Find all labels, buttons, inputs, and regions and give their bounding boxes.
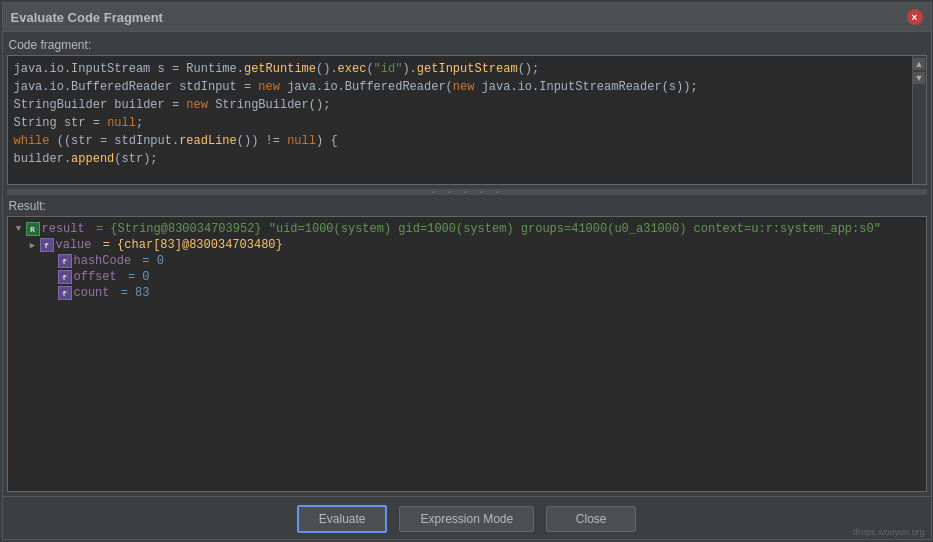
code-area-container: java.io.InputStream s = Runtime.getRunti…	[7, 55, 927, 185]
toggle-hashcode-spacer	[44, 254, 58, 268]
toggle-result[interactable]: ▼	[12, 222, 26, 236]
close-button[interactable]: Close	[546, 506, 636, 532]
hashcode-key: hashCode	[74, 254, 132, 268]
count-field-icon: f	[58, 286, 72, 300]
tree-item-value[interactable]: ▶ f value = {char[83]@830034703480}	[8, 237, 926, 253]
toggle-offset-spacer	[44, 270, 58, 284]
dialog-title: Evaluate Code Fragment	[11, 10, 163, 25]
count-key: count	[74, 286, 110, 300]
result-key: result	[42, 222, 85, 236]
watermark: drops.wooyun.org	[853, 527, 925, 537]
main-content: Code fragment: java.io.InputStream s = R…	[3, 32, 931, 496]
drag-handle[interactable]: · · · · ·	[7, 189, 927, 195]
value-key: value	[56, 238, 92, 252]
offset-key: offset	[74, 270, 117, 284]
toggle-count-spacer	[44, 286, 58, 300]
scroll-down-arrow[interactable]: ▼	[913, 72, 925, 84]
result-obj-icon: R	[26, 222, 40, 236]
toggle-value[interactable]: ▶	[26, 238, 40, 252]
hashcode-value: = 0	[142, 254, 164, 268]
code-area[interactable]: java.io.InputStream s = Runtime.getRunti…	[8, 56, 912, 184]
result-area[interactable]: ▼ R result = {String@830034703952} "uid=…	[7, 216, 927, 492]
drag-dots-icon: · · · · ·	[430, 187, 502, 198]
value-value: = {char[83]@830034703480}	[103, 238, 283, 252]
code-fragment-label: Code fragment:	[9, 38, 927, 52]
code-scrollbar: ▲ ▼	[912, 56, 926, 184]
evaluate-button[interactable]: Evaluate	[297, 505, 388, 533]
scroll-up-arrow[interactable]: ▲	[913, 58, 925, 70]
footer: Evaluate Expression Mode Close	[3, 496, 931, 539]
count-value: = 83	[121, 286, 150, 300]
offset-value: = 0	[128, 270, 150, 284]
close-icon-button[interactable]: ×	[907, 9, 923, 25]
tree-item-offset[interactable]: f offset = 0	[8, 269, 926, 285]
result-label: Result:	[9, 199, 927, 213]
value-field-icon: f	[40, 238, 54, 252]
offset-field-icon: f	[58, 270, 72, 284]
tree-item-hashcode[interactable]: f hashCode = 0	[8, 253, 926, 269]
hashcode-field-icon: f	[58, 254, 72, 268]
result-value: = {String@830034703952} "uid=1000(system…	[96, 222, 881, 236]
tree-item-result[interactable]: ▼ R result = {String@830034703952} "uid=…	[8, 221, 926, 237]
tree-item-count[interactable]: f count = 83	[8, 285, 926, 301]
expression-mode-button[interactable]: Expression Mode	[399, 506, 534, 532]
title-bar: Evaluate Code Fragment ×	[3, 3, 931, 32]
evaluate-dialog: Evaluate Code Fragment × Code fragment: …	[2, 2, 932, 540]
